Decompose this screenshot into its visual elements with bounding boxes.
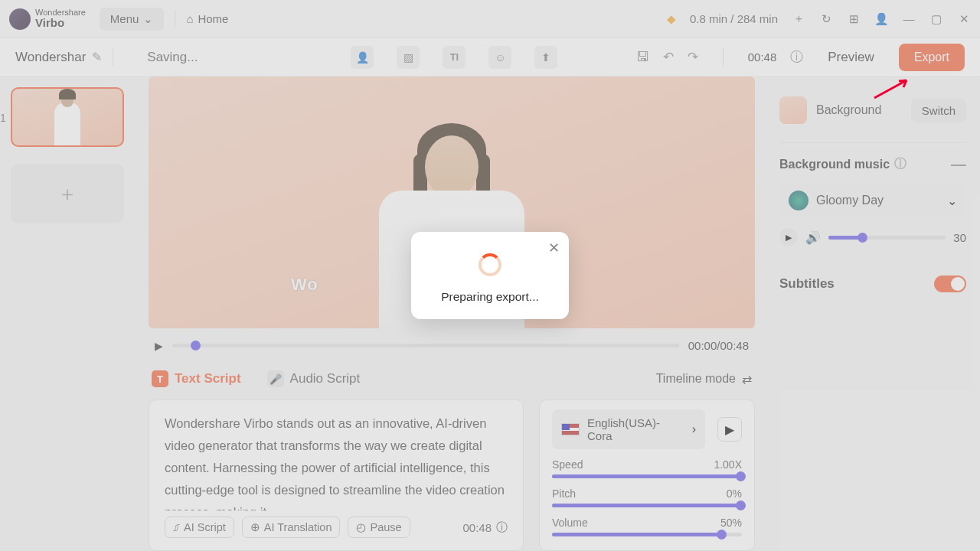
modal-close-icon[interactable]: ✕ [548,240,560,256]
loading-spinner-icon [479,253,501,276]
modal-text: Preparing export... [425,290,555,304]
modal-overlay: ✕ Preparing export... [0,0,980,551]
export-modal: ✕ Preparing export... [411,232,569,319]
